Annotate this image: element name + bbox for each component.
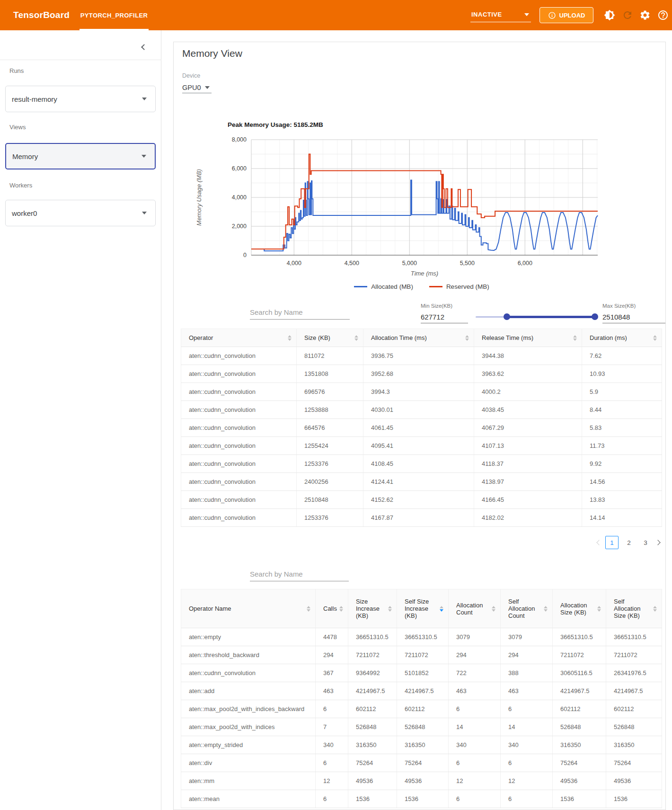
sort-icon[interactable]: [653, 606, 657, 612]
collapse-sidebar-button[interactable]: [142, 43, 150, 50]
cell: aten::cudnn_convolution: [181, 437, 297, 455]
memory-usage-chart: 4,0004,5005,0005,5006,00002,0004,0006,00…: [190, 109, 606, 282]
search-operator-input[interactable]: [250, 305, 350, 320]
views-select[interactable]: Memory: [5, 143, 156, 169]
sort-icon[interactable]: [288, 335, 292, 341]
svg-text:4,000: 4,000: [232, 194, 247, 201]
cell: 11.73: [582, 437, 662, 455]
sort-icon[interactable]: [597, 606, 601, 612]
device-value: GPU0: [182, 84, 201, 91]
column-header[interactable]: Release Time (ms): [474, 329, 582, 347]
prev-page-button[interactable]: [596, 540, 601, 545]
memory-events-table: OperatorSize (KB)Allocation Time (ms)Rel…: [181, 329, 662, 527]
sort-desc-icon: [354, 338, 358, 341]
tab-label: PYTORCH_PROFILER: [80, 12, 148, 19]
table-row: aten::threshold_backward2947211072721107…: [181, 646, 662, 664]
cell: 1351808: [297, 365, 363, 383]
cell: 8.44: [582, 401, 662, 419]
page: { "header": { "brand": "TensorBoard", "t…: [0, 0, 672, 810]
workers-value: worker0: [12, 209, 37, 217]
upload-button[interactable]: UPLOAD: [539, 7, 593, 23]
workers-select[interactable]: worker0: [5, 200, 156, 226]
cell: 1253888: [297, 401, 363, 419]
cell: 340: [316, 736, 348, 754]
page-button-1[interactable]: 1: [605, 536, 619, 549]
column-header[interactable]: Allocation Count: [449, 589, 501, 628]
page-button-3[interactable]: 3: [639, 536, 652, 549]
gear-icon[interactable]: [639, 9, 651, 21]
cell: 14.56: [582, 473, 662, 491]
sort-asc-icon: [465, 335, 469, 338]
cell: 2400256: [297, 473, 363, 491]
size-range-slider[interactable]: [476, 313, 595, 320]
cell: aten::cudnn_convolution: [181, 419, 297, 437]
chart-legend: Allocated (MB)Reserved (MB): [289, 283, 554, 290]
cell: aten::cudnn_convolution: [181, 491, 297, 509]
table-row: aten::max_pool2d_with_indices75268485268…: [181, 718, 662, 736]
sort-icon[interactable]: [388, 606, 392, 612]
runs-select[interactable]: result-memory: [5, 86, 156, 112]
column-header[interactable]: Size (KB): [297, 329, 363, 347]
help-icon[interactable]: [657, 9, 669, 21]
tab-pytorch-profiler[interactable]: PYTORCH_PROFILER: [80, 0, 149, 30]
brightness-toggle-icon[interactable]: [604, 9, 615, 21]
device-select[interactable]: GPU0: [182, 82, 212, 93]
sort-icon[interactable]: [544, 606, 548, 612]
sort-icon[interactable]: [653, 335, 657, 341]
next-page-button[interactable]: [655, 540, 660, 545]
legend-item: Reserved (MB): [429, 283, 489, 290]
column-header[interactable]: Operator Name: [181, 589, 316, 628]
column-header[interactable]: Duration (ms): [582, 329, 662, 347]
sort-asc-icon: [354, 335, 358, 338]
column-header[interactable]: Size Increase (KB): [348, 589, 397, 628]
cell: 4030.01: [363, 401, 474, 419]
svg-text:5,500: 5,500: [460, 260, 475, 267]
column-header[interactable]: Self Allocation Size (KB): [606, 589, 662, 628]
sort-icon[interactable]: [465, 335, 469, 341]
page-button-2[interactable]: 2: [623, 536, 635, 549]
cell: 12: [316, 772, 348, 790]
search-operator-name-input[interactable]: [250, 567, 349, 581]
cell: aten::cudnn_convolution: [181, 455, 297, 473]
column-header[interactable]: Self Allocation Count: [501, 589, 553, 628]
slider-max-handle[interactable]: [592, 313, 598, 320]
column-header[interactable]: Allocation Size (KB): [553, 589, 606, 628]
cell: 340: [501, 736, 553, 754]
cell: 9364992: [348, 664, 397, 682]
sort-icon[interactable]: [573, 335, 577, 341]
cell: aten::cudnn_convolution: [181, 347, 297, 365]
column-header[interactable]: Calls: [316, 589, 348, 628]
cell: 75264: [397, 754, 449, 772]
svg-text:2,000: 2,000: [232, 223, 247, 230]
column-header[interactable]: Self Size Increase (KB): [397, 589, 449, 628]
sort-desc-icon: [653, 338, 657, 341]
slider-min-handle[interactable]: [504, 313, 510, 320]
cell: 4214967.5: [553, 682, 606, 700]
status-select[interactable]: INACTIVE: [470, 7, 531, 22]
cell: 463: [316, 682, 348, 700]
sort-desc-icon: [288, 338, 292, 341]
device-label: Device: [182, 72, 200, 79]
min-size-input[interactable]: [421, 311, 468, 323]
column-header[interactable]: Operator: [181, 329, 297, 347]
cell: 4167.87: [363, 509, 474, 527]
sort-icon[interactable]: [492, 606, 495, 612]
sort-asc-icon: [597, 606, 601, 608]
table-row: aten::empty447836651310.536651310.530793…: [181, 628, 662, 646]
cell: 1536: [553, 790, 606, 808]
sort-icon[interactable]: [354, 335, 358, 341]
sort-icon[interactable]: [307, 606, 310, 612]
cell: 4214967.5: [606, 682, 662, 700]
cell: aten::cudnn_convolution: [181, 473, 297, 491]
sort-asc-icon: [653, 606, 657, 608]
legend-swatch: [429, 286, 442, 287]
sort-icon[interactable]: [440, 606, 443, 612]
cell: 602112: [348, 700, 397, 718]
max-size-input[interactable]: [602, 311, 665, 323]
column-label: Allocation Count: [456, 602, 490, 616]
refresh-icon[interactable]: [622, 9, 633, 21]
sort-icon[interactable]: [339, 606, 343, 612]
svg-text:6,000: 6,000: [518, 260, 532, 267]
cell: 3944.38: [474, 347, 582, 365]
column-header[interactable]: Allocation Time (ms): [363, 329, 474, 347]
